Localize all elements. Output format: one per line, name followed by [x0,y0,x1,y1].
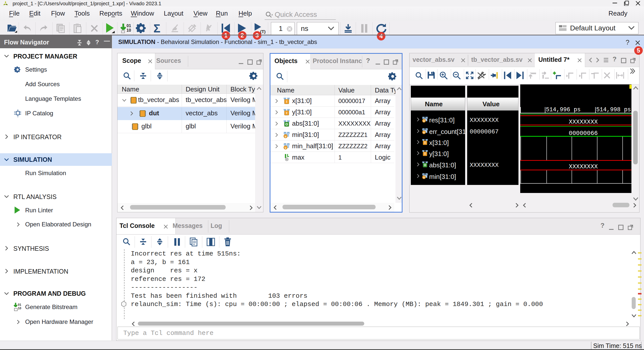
svg-text:01: 01 [18,303,21,307]
svg-text:v: v [423,176,425,179]
svg-text:v: v [285,146,287,149]
svg-text:I: I [425,152,425,156]
svg-text:v: v [423,131,425,134]
svg-text:I: I [286,100,287,104]
svg-text:v: v [423,120,425,122]
svg-text:01: 01 [127,24,131,28]
svg-text:10: 10 [127,28,131,32]
svg-text:I: I [286,111,287,115]
svg-text:O: O [285,122,288,126]
svg-text:O: O [424,163,426,167]
svg-text:10: 10 [18,307,21,310]
svg-text:v: v [285,135,287,138]
svg-text:I: I [425,141,425,144]
